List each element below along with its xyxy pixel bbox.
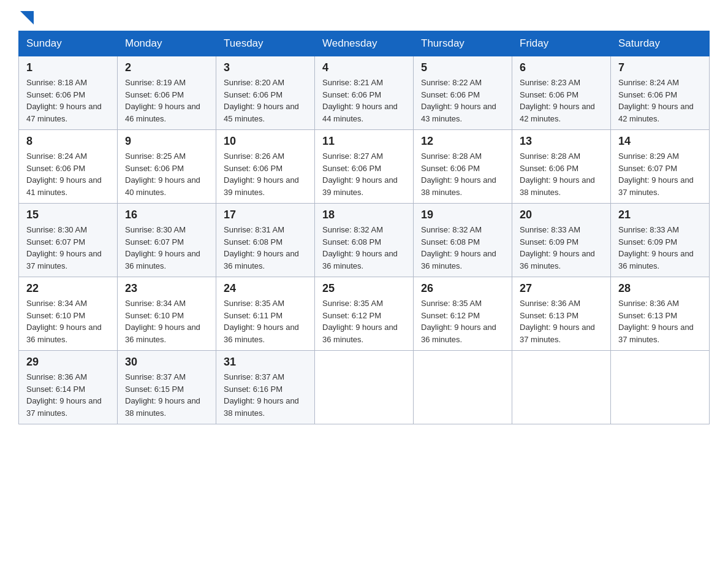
day-info: Sunrise: 8:32 AMSunset: 6:08 PMDaylight:… xyxy=(322,225,398,270)
day-number: 25 xyxy=(322,282,406,295)
day-info: Sunrise: 8:29 AMSunset: 6:07 PMDaylight:… xyxy=(618,151,694,197)
day-number: 14 xyxy=(618,135,702,148)
day-info: Sunrise: 8:26 AMSunset: 6:06 PMDaylight:… xyxy=(224,151,299,197)
calendar-cell: 30 Sunrise: 8:37 AMSunset: 6:15 PMDaylig… xyxy=(118,351,216,424)
day-info: Sunrise: 8:30 AMSunset: 6:07 PMDaylight:… xyxy=(125,225,200,270)
day-number: 1 xyxy=(26,61,110,74)
calendar-cell: 9 Sunrise: 8:25 AMSunset: 6:06 PMDayligh… xyxy=(118,130,216,204)
calendar-week-row: 15 Sunrise: 8:30 AMSunset: 6:07 PMDaylig… xyxy=(19,204,710,277)
day-number: 20 xyxy=(520,209,603,221)
day-number: 21 xyxy=(618,209,702,221)
column-header-sunday: Sunday xyxy=(19,31,118,56)
day-info: Sunrise: 8:35 AMSunset: 6:11 PMDaylight:… xyxy=(224,299,299,344)
day-number: 23 xyxy=(125,282,208,295)
calendar-cell: 24 Sunrise: 8:35 AMSunset: 6:11 PMDaylig… xyxy=(216,277,315,351)
calendar-cell: 5 Sunrise: 8:22 AMSunset: 6:06 PMDayligh… xyxy=(414,56,512,130)
calendar-cell: 13 Sunrise: 8:28 AMSunset: 6:06 PMDaylig… xyxy=(512,130,611,204)
day-number: 5 xyxy=(421,61,504,74)
day-info: Sunrise: 8:31 AMSunset: 6:08 PMDaylight:… xyxy=(224,225,299,270)
day-info: Sunrise: 8:34 AMSunset: 6:10 PMDaylight:… xyxy=(125,299,200,344)
day-number: 18 xyxy=(322,209,406,221)
day-info: Sunrise: 8:21 AMSunset: 6:06 PMDaylight:… xyxy=(322,78,398,123)
day-info: Sunrise: 8:32 AMSunset: 6:08 PMDaylight:… xyxy=(421,225,496,270)
calendar-cell: 26 Sunrise: 8:35 AMSunset: 6:12 PMDaylig… xyxy=(414,277,512,351)
calendar-cell: 1 Sunrise: 8:18 AMSunset: 6:06 PMDayligh… xyxy=(19,56,118,130)
calendar-cell: 28 Sunrise: 8:36 AMSunset: 6:13 PMDaylig… xyxy=(611,277,710,351)
calendar-cell: 3 Sunrise: 8:20 AMSunset: 6:06 PMDayligh… xyxy=(216,56,315,130)
day-info: Sunrise: 8:36 AMSunset: 6:14 PMDaylight:… xyxy=(26,372,102,418)
logo-arrow-icon xyxy=(20,11,34,25)
day-info: Sunrise: 8:35 AMSunset: 6:12 PMDaylight:… xyxy=(421,299,496,344)
day-info: Sunrise: 8:36 AMSunset: 6:13 PMDaylight:… xyxy=(618,299,694,344)
day-number: 30 xyxy=(125,356,208,369)
calendar-cell: 25 Sunrise: 8:35 AMSunset: 6:12 PMDaylig… xyxy=(315,277,414,351)
day-number: 13 xyxy=(520,135,603,148)
day-number: 26 xyxy=(421,282,504,295)
day-info: Sunrise: 8:27 AMSunset: 6:06 PMDaylight:… xyxy=(322,151,398,197)
calendar-table: SundayMondayTuesdayWednesdayThursdayFrid… xyxy=(18,31,710,424)
page-header xyxy=(18,12,710,25)
day-number: 2 xyxy=(125,61,208,74)
calendar-cell: 4 Sunrise: 8:21 AMSunset: 6:06 PMDayligh… xyxy=(315,56,414,130)
day-number: 27 xyxy=(520,282,603,295)
calendar-cell: 17 Sunrise: 8:31 AMSunset: 6:08 PMDaylig… xyxy=(216,204,315,277)
column-header-tuesday: Tuesday xyxy=(216,31,315,56)
day-number: 11 xyxy=(322,135,406,148)
calendar-cell xyxy=(611,351,710,424)
day-info: Sunrise: 8:28 AMSunset: 6:06 PMDaylight:… xyxy=(520,151,595,197)
calendar-cell xyxy=(414,351,512,424)
day-number: 15 xyxy=(26,209,110,221)
day-number: 12 xyxy=(421,135,504,148)
day-number: 19 xyxy=(421,209,504,221)
day-number: 28 xyxy=(618,282,702,295)
day-number: 24 xyxy=(224,282,307,295)
column-header-saturday: Saturday xyxy=(611,31,710,56)
day-info: Sunrise: 8:35 AMSunset: 6:12 PMDaylight:… xyxy=(322,299,398,344)
day-number: 9 xyxy=(125,135,208,148)
column-header-thursday: Thursday xyxy=(414,31,512,56)
day-number: 6 xyxy=(520,61,603,74)
calendar-cell: 12 Sunrise: 8:28 AMSunset: 6:06 PMDaylig… xyxy=(414,130,512,204)
column-header-wednesday: Wednesday xyxy=(315,31,414,56)
day-info: Sunrise: 8:33 AMSunset: 6:09 PMDaylight:… xyxy=(618,225,694,270)
day-info: Sunrise: 8:20 AMSunset: 6:06 PMDaylight:… xyxy=(224,78,299,123)
day-number: 17 xyxy=(224,209,307,221)
day-info: Sunrise: 8:37 AMSunset: 6:15 PMDaylight:… xyxy=(125,372,200,418)
calendar-week-row: 29 Sunrise: 8:36 AMSunset: 6:14 PMDaylig… xyxy=(19,351,710,424)
day-info: Sunrise: 8:24 AMSunset: 6:06 PMDaylight:… xyxy=(618,78,694,123)
day-number: 8 xyxy=(26,135,110,148)
column-header-monday: Monday xyxy=(118,31,216,56)
calendar-cell: 27 Sunrise: 8:36 AMSunset: 6:13 PMDaylig… xyxy=(512,277,611,351)
calendar-cell: 23 Sunrise: 8:34 AMSunset: 6:10 PMDaylig… xyxy=(118,277,216,351)
day-info: Sunrise: 8:24 AMSunset: 6:06 PMDaylight:… xyxy=(26,151,102,197)
day-info: Sunrise: 8:19 AMSunset: 6:06 PMDaylight:… xyxy=(125,78,200,123)
day-info: Sunrise: 8:25 AMSunset: 6:06 PMDaylight:… xyxy=(125,151,200,197)
day-info: Sunrise: 8:33 AMSunset: 6:09 PMDaylight:… xyxy=(520,225,595,270)
calendar-cell: 22 Sunrise: 8:34 AMSunset: 6:10 PMDaylig… xyxy=(19,277,118,351)
day-number: 16 xyxy=(125,209,208,221)
svg-marker-0 xyxy=(20,11,34,25)
calendar-cell: 16 Sunrise: 8:30 AMSunset: 6:07 PMDaylig… xyxy=(118,204,216,277)
calendar-week-row: 8 Sunrise: 8:24 AMSunset: 6:06 PMDayligh… xyxy=(19,130,710,204)
calendar-week-row: 1 Sunrise: 8:18 AMSunset: 6:06 PMDayligh… xyxy=(19,56,710,130)
calendar-cell: 15 Sunrise: 8:30 AMSunset: 6:07 PMDaylig… xyxy=(19,204,118,277)
calendar-cell: 19 Sunrise: 8:32 AMSunset: 6:08 PMDaylig… xyxy=(414,204,512,277)
day-info: Sunrise: 8:23 AMSunset: 6:06 PMDaylight:… xyxy=(520,78,595,123)
day-info: Sunrise: 8:18 AMSunset: 6:06 PMDaylight:… xyxy=(26,78,102,123)
calendar-cell xyxy=(315,351,414,424)
day-number: 22 xyxy=(26,282,110,295)
day-number: 7 xyxy=(618,61,702,74)
calendar-cell: 20 Sunrise: 8:33 AMSunset: 6:09 PMDaylig… xyxy=(512,204,611,277)
calendar-cell: 6 Sunrise: 8:23 AMSunset: 6:06 PMDayligh… xyxy=(512,56,611,130)
day-info: Sunrise: 8:28 AMSunset: 6:06 PMDaylight:… xyxy=(421,151,496,197)
calendar-week-row: 22 Sunrise: 8:34 AMSunset: 6:10 PMDaylig… xyxy=(19,277,710,351)
day-info: Sunrise: 8:36 AMSunset: 6:13 PMDaylight:… xyxy=(520,299,595,344)
day-number: 4 xyxy=(322,61,406,74)
calendar-cell: 21 Sunrise: 8:33 AMSunset: 6:09 PMDaylig… xyxy=(611,204,710,277)
calendar-cell: 8 Sunrise: 8:24 AMSunset: 6:06 PMDayligh… xyxy=(19,130,118,204)
day-info: Sunrise: 8:37 AMSunset: 6:16 PMDaylight:… xyxy=(224,372,299,418)
calendar-cell: 7 Sunrise: 8:24 AMSunset: 6:06 PMDayligh… xyxy=(611,56,710,130)
calendar-cell xyxy=(512,351,611,424)
day-number: 10 xyxy=(224,135,307,148)
day-number: 3 xyxy=(224,61,307,74)
